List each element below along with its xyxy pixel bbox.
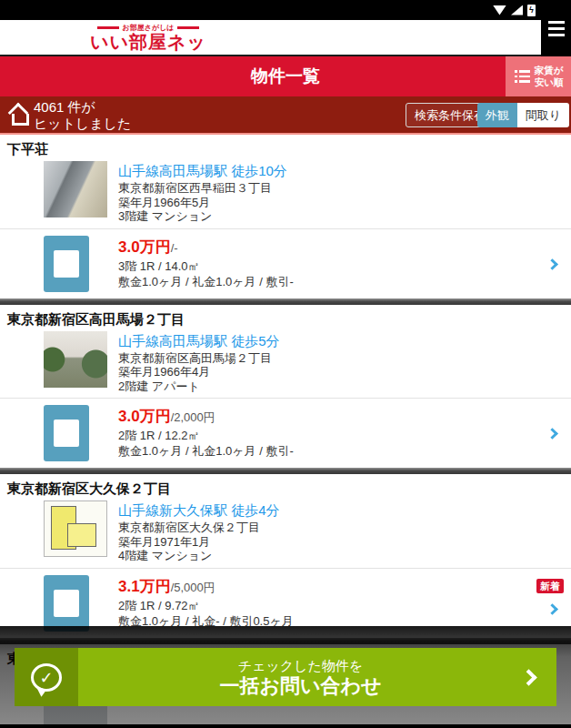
station-link[interactable]: 山手線新大久保駅 徒歩4分: [118, 501, 280, 519]
rent-price: 3.0万円: [118, 408, 171, 425]
room-checkbox[interactable]: [44, 575, 89, 632]
app-bar: お部屋さがしは いい部屋ネット: [0, 20, 571, 56]
rent-price: 3.0万円: [118, 238, 171, 256]
logo-tagline-text: お部屋さがしは: [123, 24, 175, 32]
property-building-type: 2階建 アパート: [118, 379, 280, 394]
room-fees: 敷金1.0ヶ月 / 礼金1.0ヶ月 / 敷引-: [118, 274, 294, 289]
toggle-exterior-view[interactable]: 外観: [477, 103, 517, 127]
property-address: 東京都新宿区大久保２丁目: [118, 521, 280, 535]
hamburger-menu-button[interactable]: [541, 0, 571, 56]
room-spec: 2階 1R / 9.72㎡: [118, 598, 294, 613]
app-screen: ϟ 4:30 お部屋さがしは いい部屋ネット 物件一覧 家賃が 安い順: [0, 0, 571, 728]
sort-by-rent-button[interactable]: 家賃が 安い順: [506, 56, 571, 96]
room-row[interactable]: 3.0万円/2,000円 2階 1R / 12.2㎡ 敷金1.0ヶ月 / 礼金1…: [0, 399, 571, 468]
chevron-right-icon: [520, 669, 536, 685]
room-checkbox[interactable]: [44, 405, 89, 461]
section-separator: [0, 468, 571, 474]
property-built: 築年月1966年4月: [118, 365, 280, 379]
chevron-right-icon[interactable]: [546, 428, 558, 440]
room-fees: 敷金1.0ヶ月 / 礼金1.0ヶ月 / 敷引-: [118, 443, 294, 459]
property-name: 下平荘: [0, 135, 571, 161]
section-separator: [0, 298, 571, 305]
logo-bar-left: [97, 26, 119, 29]
toggle-floorplan-view[interactable]: 間取り: [517, 103, 569, 127]
cta-label: チェックした物件を 一括お問い合わせ: [78, 657, 523, 698]
list-sort-icon: [514, 70, 530, 83]
sort-button-label: 家賃が 安い順: [535, 65, 564, 88]
listing-item-3: 東京都新宿区大久保２丁目 山手線新大久保駅 徒歩4分 東京都新宿区大久保２丁目 …: [0, 474, 571, 644]
property-photo: [44, 161, 107, 217]
property-photo: [44, 331, 107, 388]
room-spec: 3階 1R / 14.0㎡: [118, 258, 294, 274]
room-details: 3.1万円/5,000円 2階 1R / 9.72㎡ 敷金1.0ヶ月 / 礼金-…: [118, 575, 294, 632]
property-info: 山手線新大久保駅 徒歩4分 東京都新宿区大久保２丁目 築年月1971年1月 4階…: [118, 500, 280, 563]
property-summary[interactable]: 山手線高田馬場駅 徒歩10分 東京都新宿区西早稲田３丁目 築年月1966年5月 …: [44, 161, 571, 224]
listing-item-1: 下平荘 山手線高田馬場駅 徒歩10分 東京都新宿区西早稲田３丁目 築年月1966…: [0, 135, 571, 305]
property-name: 東京都新宿区大久保２丁目: [0, 474, 571, 500]
view-toggle: 外観 間取り: [477, 103, 569, 127]
listing-item-2: 東京都新宿区高田馬場２丁目 山手線高田馬場駅 徒歩5分 東京都新宿区高田馬場２丁…: [0, 305, 571, 475]
home-icon[interactable]: [7, 105, 29, 126]
rent-fee-suffix: /-: [171, 241, 178, 255]
bottom-edge: [0, 724, 571, 728]
page-title: 物件一覧: [0, 56, 571, 96]
property-floorplan-image: [44, 500, 107, 557]
property-building-type: 3階建 マンション: [118, 209, 287, 224]
logo-tagline: お部屋さがしは: [86, 24, 210, 32]
result-count-text: 4061 件が ヒットしました: [34, 99, 131, 132]
station-link[interactable]: 山手線高田馬場駅 徒歩5分: [118, 332, 280, 349]
property-info: 山手線高田馬場駅 徒歩10分 東京都新宿区西早稲田３丁目 築年月1966年5月 …: [118, 161, 287, 224]
property-building-type: 4階建 マンション: [118, 549, 280, 563]
property-address: 東京都新宿区高田馬場２丁目: [118, 351, 280, 366]
station-link[interactable]: 山手線高田馬場駅 徒歩10分: [118, 162, 287, 179]
rent-price: 3.1万円: [118, 578, 171, 595]
property-info: 山手線高田馬場駅 徒歩5分 東京都新宿区高田馬場２丁目 築年月1966年4月 2…: [118, 331, 280, 394]
bulk-inquiry-button[interactable]: ✓ チェックした物件を 一括お問い合わせ: [15, 648, 556, 706]
room-checkbox[interactable]: [44, 236, 89, 292]
chevron-right-icon[interactable]: [546, 258, 558, 270]
rent-fee-suffix: /2,000円: [171, 410, 215, 424]
chevron-right-icon[interactable]: [546, 603, 558, 615]
page-header: 物件一覧 家賃が 安い順: [0, 56, 571, 96]
cta-icon-panel: ✓: [15, 648, 78, 706]
property-address: 東京都新宿区西早稲田３丁目: [118, 181, 287, 196]
result-count-bar: 4061 件が ヒットしました 検索条件保存 外観 間取り: [0, 96, 571, 135]
property-built: 築年月1971年1月: [118, 535, 280, 550]
property-built: 築年月1966年5月: [118, 196, 287, 210]
wifi-icon: [493, 5, 506, 15]
property-summary[interactable]: 山手線新大久保駅 徒歩4分 東京都新宿区大久保２丁目 築年月1971年1月 4階…: [44, 500, 571, 563]
battery-charging-icon: ϟ: [527, 5, 536, 16]
new-listing-badge: 新着: [536, 579, 564, 593]
property-name: 東京都新宿区高田馬場２丁目: [0, 305, 571, 331]
room-details: 3.0万円/2,000円 2階 1R / 12.2㎡ 敷金1.0ヶ月 / 礼金1…: [118, 405, 294, 461]
logo-bar-right: [177, 26, 199, 29]
room-details: 3.0万円/- 3階 1R / 14.0㎡ 敷金1.0ヶ月 / 礼金1.0ヶ月 …: [118, 236, 294, 292]
room-spec: 2階 1R / 12.2㎡: [118, 428, 294, 443]
cell-signal-icon: [511, 5, 523, 15]
status-bar: ϟ 4:30: [0, 0, 571, 20]
rent-fee-suffix: /5,000円: [171, 581, 215, 594]
property-summary[interactable]: 山手線高田馬場駅 徒歩5分 東京都新宿区高田馬場２丁目 築年月1966年4月 2…: [44, 331, 571, 394]
room-row[interactable]: 3.0万円/- 3階 1R / 14.0㎡ 敷金1.0ヶ月 / 礼金1.0ヶ月 …: [0, 229, 571, 298]
checked-speech-bubble-icon: ✓: [31, 663, 62, 692]
hamburger-icon: [548, 21, 565, 24]
